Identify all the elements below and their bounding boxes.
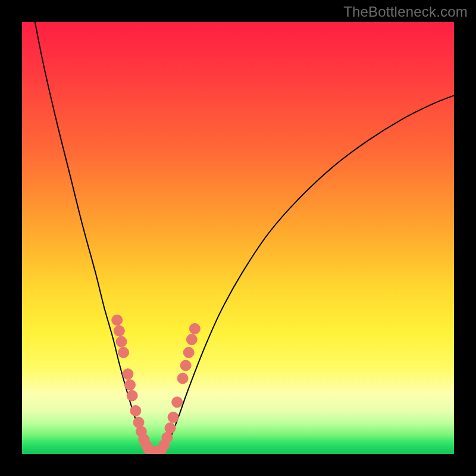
- data-marker: [116, 336, 127, 347]
- data-marker: [162, 432, 173, 443]
- data-marker: [125, 380, 136, 390]
- marker-layer: [112, 315, 201, 454]
- data-marker: [165, 422, 176, 433]
- data-marker: [183, 347, 194, 358]
- data-marker: [177, 373, 188, 384]
- bottleneck-curve: [35, 22, 454, 452]
- data-marker: [118, 347, 129, 358]
- curve-layer: [35, 22, 454, 452]
- plot-area: [22, 22, 454, 454]
- data-marker: [168, 412, 178, 422]
- data-marker: [186, 334, 197, 345]
- watermark-text: TheBottleneck.com: [343, 4, 468, 20]
- data-marker: [127, 390, 137, 401]
- data-marker: [189, 323, 200, 334]
- data-marker: [112, 315, 123, 325]
- data-marker: [130, 405, 141, 416]
- data-marker: [123, 369, 133, 380]
- chart-svg: [22, 22, 454, 454]
- outer-frame: TheBottleneck.com: [0, 0, 476, 476]
- data-marker: [180, 360, 191, 371]
- data-marker: [172, 397, 183, 408]
- data-marker: [114, 325, 124, 336]
